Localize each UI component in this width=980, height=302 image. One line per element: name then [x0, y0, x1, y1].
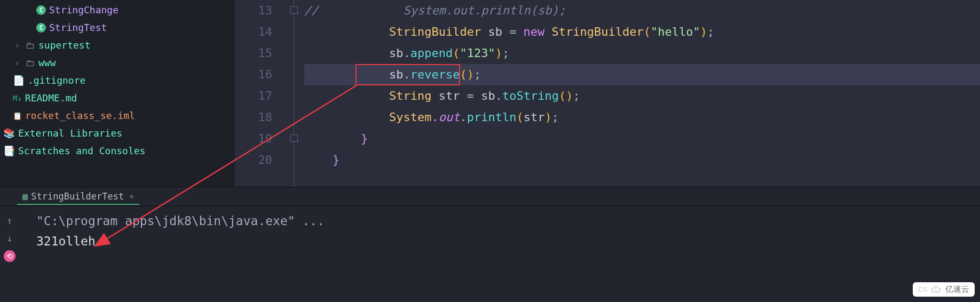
code-line-13: // System.out.println(sb); — [304, 0, 980, 21]
down-arrow-icon[interactable]: ↓ — [7, 233, 13, 244]
tree-label: StringChange — [49, 4, 118, 15]
run-tab-stringbuildertest[interactable]: ▦ StringBuilderTest × — [17, 189, 139, 205]
gitignore-icon: 📄 — [13, 75, 25, 86]
line-number: 13 — [235, 0, 272, 21]
tree-label: supertest — [38, 39, 91, 51]
wrap-icon[interactable]: ⟲ — [4, 250, 15, 262]
line-number: 15 — [235, 43, 272, 64]
tree-label: .gitignore — [28, 75, 85, 86]
line-number: 14 — [235, 21, 272, 43]
cloud-icon — [930, 285, 942, 295]
library-icon: 📚 — [3, 128, 15, 139]
chevron-right-icon: › — [15, 41, 22, 50]
tree-label: Scratches and Consoles — [18, 145, 145, 156]
fold-marker-icon[interactable] — [290, 134, 298, 142]
code-line-19: } — [304, 128, 980, 149]
markdown-icon: M↓ — [13, 94, 22, 102]
code-content[interactable]: // System.out.println(sb); StringBuilder… — [304, 0, 980, 187]
code-line-18: System.out.println(str); — [304, 107, 980, 128]
run-body: ↑ ↓ ⟲ "C:\program apps\jdk8\bin\java.exe… — [0, 206, 980, 262]
code-line-14: StringBuilder sb = new StringBuilder("he… — [304, 21, 980, 43]
line-number: 20 — [235, 149, 272, 171]
tree-item-supertest[interactable]: › 🗀 supertest — [0, 36, 235, 54]
tree-label: rocket_class_se.iml — [25, 110, 135, 121]
output-line: 321olleh — [36, 231, 325, 251]
watermark-text: 亿速云 — [945, 284, 969, 295]
tree-item-www[interactable]: › 🗀 www — [0, 54, 235, 71]
line-number: 18 — [235, 107, 272, 128]
tree-label: StringTest — [49, 22, 107, 33]
class-icon: C — [36, 23, 46, 33]
tree-item-scratches[interactable]: 📑 Scratches and Consoles — [0, 142, 235, 160]
close-icon[interactable]: × — [129, 192, 133, 201]
fold-column — [288, 0, 304, 187]
class-icon: C — [36, 5, 46, 15]
code-line-20: } — [304, 149, 980, 171]
project-sidebar: C StringChange C StringTest › 🗀 supertes… — [0, 0, 235, 187]
watermark-prefix: CS — [918, 286, 927, 293]
console-output[interactable]: "C:\program apps\jdk8\bin\java.exe" ... … — [20, 211, 325, 262]
tree-item-readme[interactable]: M↓ README.md — [0, 89, 235, 107]
tree-label: www — [38, 57, 56, 68]
run-tab-label: StringBuilderTest — [31, 191, 124, 202]
watermark: CS 亿速云 — [913, 282, 975, 297]
folder-icon: 🗀 — [26, 57, 35, 68]
code-line-16: sb.reverse(); — [304, 64, 980, 85]
run-config-icon: ▦ — [22, 191, 28, 202]
chevron-right-icon: › — [15, 59, 22, 67]
code-editor[interactable]: 13 14 15 16 17 18 19 20 // System.out.pr… — [235, 0, 980, 187]
tree-item-stringtest[interactable]: C StringTest — [0, 19, 235, 36]
iml-icon: 📋 — [13, 112, 22, 120]
line-number: 16 — [235, 64, 272, 85]
tree-label: README.md — [25, 92, 77, 104]
tree-label: External Libraries — [18, 128, 122, 139]
tree-item-iml[interactable]: 📋 rocket_class_se.iml — [0, 107, 235, 124]
tree-item-gitignore[interactable]: 📄 .gitignore — [0, 71, 235, 89]
code-line-17: String str = sb.toString(); — [304, 85, 980, 107]
up-arrow-icon[interactable]: ↑ — [7, 215, 13, 226]
tree-item-external-libs[interactable]: 📚 External Libraries — [0, 124, 235, 142]
line-gutter: 13 14 15 16 17 18 19 20 — [235, 0, 288, 187]
code-line-15: sb.append("123"); — [304, 43, 980, 64]
tree-item-stringchange[interactable]: C StringChange — [0, 1, 235, 19]
scratch-icon: 📑 — [3, 145, 15, 156]
run-tabs-bar: ▦ StringBuilderTest × — [0, 187, 980, 206]
output-line: "C:\program apps\jdk8\bin\java.exe" ... — [36, 211, 325, 231]
run-toolbar: ↑ ↓ ⟲ — [4, 211, 15, 262]
folder-icon: 🗀 — [26, 39, 35, 51]
run-panel: ▦ StringBuilderTest × ↑ ↓ ⟲ "C:\program … — [0, 187, 980, 302]
fold-marker-icon[interactable] — [290, 6, 298, 14]
line-number: 19 — [235, 128, 272, 149]
line-number: 17 — [235, 85, 272, 107]
